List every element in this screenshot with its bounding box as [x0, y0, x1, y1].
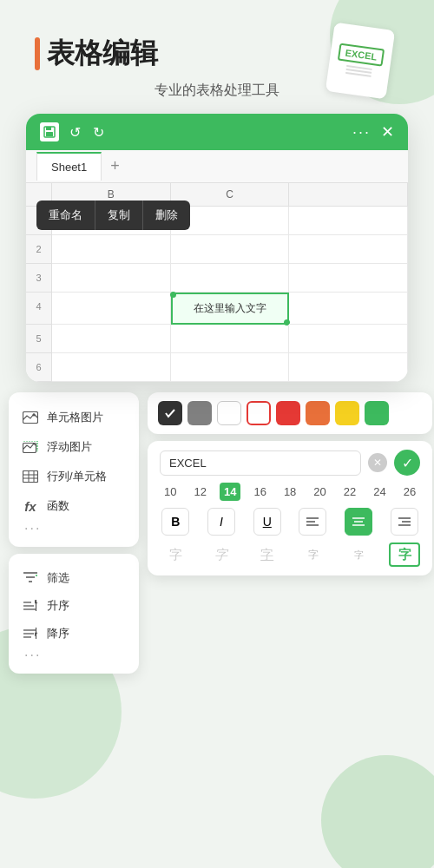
- format-bold-button[interactable]: B: [161, 508, 189, 536]
- cell-corner-tl: [170, 292, 176, 298]
- svg-point-4: [33, 414, 36, 417]
- bg-decoration-bottom-right: [321, 755, 434, 868]
- color-swatch-green[interactable]: [365, 401, 389, 425]
- close-button[interactable]: ✕: [381, 122, 394, 141]
- sort-item-asc[interactable]: 升序: [21, 592, 127, 620]
- svg-rect-2: [46, 132, 53, 136]
- font-input-field[interactable]: [160, 450, 361, 476]
- cell-b5[interactable]: [52, 325, 171, 353]
- format-align-right-button[interactable]: [391, 508, 418, 536]
- menu-item-float-image[interactable]: 浮动图片: [21, 432, 127, 462]
- sheet-tabbar: Sheet1 + 重命名 复制 删除: [26, 150, 408, 183]
- sort-label-desc: 降序: [47, 626, 69, 641]
- cell-c3[interactable]: [171, 264, 290, 293]
- cell-hint-text: 在这里输入文字: [176, 301, 285, 316]
- color-swatch-gray[interactable]: [187, 401, 212, 425]
- cell-d1[interactable]: [289, 207, 408, 235]
- cell-d2[interactable]: [289, 235, 408, 264]
- cell-image-icon: [21, 408, 40, 427]
- cell-d6[interactable]: [289, 353, 408, 382]
- function-icon: fx: [21, 496, 40, 516]
- desc-icon: [21, 624, 40, 643]
- color-swatch-red-outline[interactable]: [247, 401, 271, 425]
- cell-d5[interactable]: [289, 325, 408, 353]
- col-header-d: [289, 183, 408, 207]
- font-panel: ✕ ✓ 10 12 14 16 18 20 22 24 26 B I U: [148, 441, 432, 575]
- row-col-icon: [21, 467, 40, 486]
- app-subtitle: 专业的表格处理工具: [0, 82, 434, 100]
- context-copy[interactable]: 复制: [95, 201, 143, 230]
- format-underline-button[interactable]: U: [253, 508, 281, 536]
- header-accent-bar: [35, 37, 40, 70]
- sort-label-filter: 筛选: [47, 570, 69, 586]
- color-swatch-red[interactable]: [276, 401, 300, 425]
- asc-icon: [21, 596, 40, 615]
- menu-item-row-col[interactable]: 行列/单元格: [21, 462, 127, 491]
- font-format-row: B I U: [160, 508, 420, 536]
- font-input-clear-button[interactable]: ✕: [368, 453, 387, 472]
- cell-b2[interactable]: [52, 235, 171, 264]
- color-swatch-orange[interactable]: [306, 401, 330, 425]
- font-style-4[interactable]: 字: [298, 542, 329, 567]
- font-size-26[interactable]: 26: [399, 483, 420, 501]
- insert-menu-more[interactable]: ···: [21, 521, 127, 536]
- right-column: ✕ ✓ 10 12 14 16 18 20 22 24 26 B I U: [148, 392, 432, 674]
- font-size-14[interactable]: 14: [220, 483, 240, 501]
- sheet-save-icon[interactable]: [40, 122, 59, 141]
- left-column: 单元格图片 浮动图片: [9, 392, 139, 674]
- font-style-5[interactable]: 字: [343, 542, 374, 567]
- app-header: 表格编辑 EXCEL: [0, 0, 434, 82]
- context-delete[interactable]: 删除: [143, 201, 190, 230]
- color-swatch-black[interactable]: [158, 401, 182, 425]
- cell-b3[interactable]: [52, 264, 171, 293]
- font-style-6[interactable]: 字: [389, 542, 420, 567]
- font-size-12[interactable]: 12: [189, 483, 210, 501]
- font-size-18[interactable]: 18: [279, 483, 300, 501]
- color-swatch-yellow[interactable]: [335, 401, 359, 425]
- cell-c5[interactable]: [171, 325, 290, 353]
- more-options-button[interactable]: ···: [352, 123, 371, 141]
- cell-c6[interactable]: [171, 353, 290, 382]
- redo-button[interactable]: ↻: [93, 124, 104, 141]
- svg-rect-6: [23, 471, 38, 483]
- font-style-2[interactable]: 字: [206, 542, 237, 567]
- add-sheet-button[interactable]: +: [102, 150, 128, 182]
- cell-d3[interactable]: [289, 264, 408, 293]
- menu-item-function[interactable]: fx 函数: [21, 491, 127, 521]
- menu-label-cell-image: 单元格图片: [47, 410, 103, 425]
- cell-d4[interactable]: [289, 293, 408, 325]
- sheet-titlebar: ↺ ↻ ··· ✕: [26, 114, 408, 150]
- sort-menu-more[interactable]: ···: [21, 648, 127, 663]
- font-input-confirm-button[interactable]: ✓: [394, 450, 420, 476]
- font-size-16[interactable]: 16: [249, 483, 270, 501]
- cell-c4-active[interactable]: 在这里输入文字: [171, 293, 290, 325]
- color-swatch-white[interactable]: [217, 401, 241, 425]
- excel-badge-text: EXCEL: [337, 43, 385, 66]
- row-num-2: 2: [26, 235, 52, 264]
- context-rename[interactable]: 重命名: [36, 201, 95, 230]
- cell-c2[interactable]: [171, 235, 290, 264]
- font-size-24[interactable]: 24: [369, 483, 390, 501]
- sheet-tab-sheet1[interactable]: Sheet1: [36, 152, 102, 181]
- font-style-3[interactable]: 字: [252, 542, 283, 567]
- format-align-center-button[interactable]: [345, 508, 372, 536]
- row-num-5: 5: [26, 325, 52, 353]
- sort-item-filter[interactable]: 筛选: [21, 564, 127, 592]
- font-size-20[interactable]: 20: [309, 483, 330, 501]
- font-style-1[interactable]: 字: [160, 542, 191, 567]
- format-italic-button[interactable]: I: [207, 508, 235, 536]
- svg-rect-1: [46, 127, 51, 130]
- sort-item-desc[interactable]: 降序: [21, 620, 127, 648]
- excel-badge-lines: [345, 65, 372, 77]
- menu-item-cell-image[interactable]: 单元格图片: [21, 403, 127, 432]
- cell-b6[interactable]: [52, 353, 171, 382]
- font-size-22[interactable]: 22: [339, 483, 360, 501]
- undo-button[interactable]: ↺: [69, 124, 81, 141]
- format-align-left-button[interactable]: [299, 508, 326, 536]
- row-num-4: 4: [26, 293, 52, 325]
- context-menu: 重命名 复制 删除: [36, 201, 190, 230]
- sort-menu-panel: 筛选 升序: [9, 554, 139, 674]
- cell-b4[interactable]: [52, 293, 171, 325]
- color-palette-panel: [148, 392, 432, 434]
- font-size-10[interactable]: 10: [160, 483, 181, 501]
